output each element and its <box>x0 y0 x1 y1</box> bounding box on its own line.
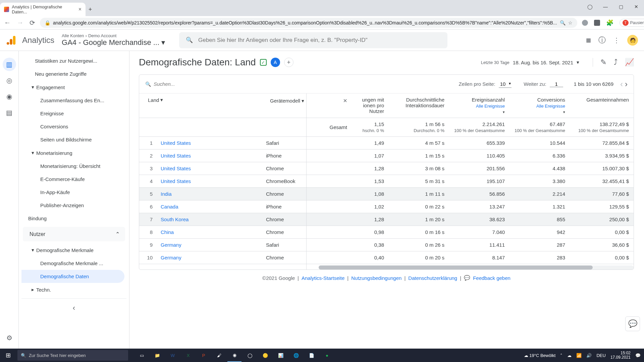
country-cell[interactable]: United States <box>156 149 261 162</box>
sidebar-section-nutzer[interactable]: Nutzer ⌃ <box>23 227 125 241</box>
edge-icon[interactable]: 🌐 <box>289 349 303 362</box>
reload-icon[interactable]: ⟳ <box>30 19 35 27</box>
col-events[interactable]: EreignisanzahlAlle Ereignisse ▾ <box>449 94 509 118</box>
configure-icon[interactable]: ▤ <box>3 106 16 119</box>
sidebar-item-bindung[interactable]: Bindung <box>21 212 126 225</box>
footer-link[interactable]: Analytics-Startseite <box>302 275 344 281</box>
sidebar-group-monet[interactable]: ▾Monetarisierung <box>21 146 126 160</box>
obs-icon[interactable]: ◯ <box>243 349 257 362</box>
segment-badge[interactable]: A <box>271 58 280 67</box>
word-icon[interactable]: W <box>166 349 180 362</box>
table-row[interactable]: 1 United States Safari 1,49 4 m 57 s 655… <box>139 137 634 149</box>
start-button[interactable]: ⊞ <box>0 349 16 362</box>
sidebar-item[interactable]: Ereignisse <box>21 107 124 120</box>
property-selector[interactable]: Alle Konten › Demo Account GA4 - Google … <box>62 33 165 47</box>
taskview-icon[interactable]: ▭ <box>135 349 149 362</box>
country-cell[interactable]: Germany <box>156 239 261 251</box>
ext-icon[interactable] <box>582 20 588 26</box>
table-row[interactable]: 9 Germany Safari 0,38 0 m 26 s 11.411 28… <box>139 239 634 251</box>
country-cell[interactable]: South Korea <box>156 213 261 226</box>
app-icon[interactable]: 🟡 <box>258 349 272 362</box>
apps-icon[interactable]: ▦ <box>586 37 591 43</box>
sidebar-item[interactable]: Statistiken zur Nutzergewi... <box>21 54 124 67</box>
feedback-link[interactable]: Feedback geben <box>473 275 511 281</box>
col-sess-per-user[interactable]: ungen mit ionen pro Nutzer <box>352 94 389 118</box>
share-icon[interactable]: ⤴ <box>614 58 618 67</box>
puzzle-icon[interactable]: 🧩 <box>606 19 613 26</box>
chrome-icon[interactable]: ◉ <box>227 349 241 362</box>
search-input[interactable] <box>198 37 441 44</box>
user-avatar-icon[interactable]: 🧑 <box>627 35 638 46</box>
sidebar-item[interactable]: Zusammenfassung des En... <box>21 94 124 107</box>
wifi-icon[interactable]: 📶 <box>576 353 582 358</box>
prev-page-icon[interactable]: ‹ <box>620 79 623 89</box>
sidebar-item[interactable]: Neu generierte Zugriffe <box>21 67 124 80</box>
help-icon[interactable]: ⓘ <box>598 35 606 45</box>
circle-icon[interactable]: ◯ <box>582 0 598 13</box>
mspaint-icon[interactable]: 🖌 <box>212 349 226 362</box>
sidebar-group-demog[interactable]: ▾Demografische Merkmale <box>21 243 126 257</box>
weather-widget[interactable]: ☁ 19°C Bewölkt <box>524 353 556 358</box>
footer-link[interactable]: Nutzungsbedingungen <box>351 275 401 281</box>
collapse-sidebar-icon[interactable]: ‹ <box>67 301 81 315</box>
insights-icon[interactable]: 📈 <box>625 58 634 67</box>
table-row[interactable]: 2 United States iPhone 1,07 1 m 15 s 110… <box>139 149 634 162</box>
next-page-icon[interactable]: › <box>625 79 628 89</box>
primary-dimension-selector[interactable]: Land ▾ <box>148 97 257 103</box>
sidebar-item[interactable]: In-App-Käufe <box>21 186 124 199</box>
date-range-picker[interactable]: Letzte 30 Tage 18. Aug. bis 16. Sept. 20… <box>481 59 579 65</box>
sidebar-item[interactable]: E-Commerce-Käufe <box>21 173 124 186</box>
rows-selector[interactable]: 10 <box>499 80 512 88</box>
spotify-icon[interactable]: ● <box>320 349 334 362</box>
table-search-input[interactable] <box>154 81 254 87</box>
table-row[interactable]: 8 China Chrome 0,98 0 m 16 s 7.040 942 0… <box>139 226 634 239</box>
sidebar-item[interactable]: Conversions <box>21 120 124 133</box>
feedback-fab-icon[interactable]: 💬 <box>625 316 640 331</box>
col-revenue[interactable]: Gesamteinnahmen <box>570 94 634 118</box>
sidebar-group-engagement[interactable]: ▾Engagement <box>21 80 126 94</box>
table-row[interactable]: 4 United States ChromeBook 1,53 5 m 31 s… <box>139 175 634 188</box>
reports-icon[interactable]: ▥ <box>3 58 16 71</box>
cloud-icon[interactable]: ☁ <box>567 353 572 358</box>
back-icon[interactable]: ← <box>4 19 11 26</box>
explorer-icon[interactable]: 📁 <box>150 349 164 362</box>
col-avg-duration[interactable]: Durchschnittliche Interaktionsdauer <box>389 94 449 118</box>
horizontal-scrollbar[interactable] <box>139 265 634 269</box>
table-row[interactable]: 3 United States Chrome 1,28 3 m 08 s 201… <box>139 162 634 175</box>
kebab-icon[interactable]: ⋮ <box>613 36 620 44</box>
country-cell[interactable]: United States <box>156 175 261 188</box>
forward-icon[interactable]: → <box>17 19 23 26</box>
footer-link[interactable]: Datenschutzerklärung <box>408 275 457 281</box>
star-icon[interactable]: ☆ <box>568 20 573 25</box>
app-search[interactable]: 🔍 <box>179 32 447 48</box>
goto-input[interactable] <box>550 81 563 87</box>
advertising-icon[interactable]: ◉ <box>3 90 16 103</box>
sidebar-group-techn[interactable]: ▸Techn. <box>21 283 126 296</box>
notepad-icon[interactable]: 📄 <box>305 349 319 362</box>
powerpoint-icon[interactable]: P <box>197 349 211 362</box>
country-cell[interactable]: United States <box>156 137 261 149</box>
new-tab-button[interactable]: + <box>86 5 95 14</box>
table-row[interactable]: 6 Canada iPhone 1,02 0 m 22 s 13.247 1.3… <box>139 200 634 213</box>
country-cell[interactable]: India <box>156 188 261 200</box>
secondary-dimension-selector[interactable]: Gerätemodell ▾ <box>270 98 304 104</box>
tab-close-icon[interactable]: × <box>78 6 82 12</box>
minimize-icon[interactable]: — <box>598 0 613 13</box>
sidebar-item[interactable]: Publisher-Anzeigen <box>21 199 124 212</box>
table-row[interactable]: 5 India Chrome 1,08 1 m 11 s 56.856 2.21… <box>139 188 634 200</box>
ext-icon[interactable] <box>594 20 600 26</box>
table-row[interactable]: 7 South Korea Chrome 1,28 1 m 20 s 38.62… <box>139 213 634 226</box>
app-icon[interactable]: 📊 <box>274 349 288 362</box>
browser-tab[interactable]: Analytics | Demografische Daten... × <box>0 3 86 16</box>
remove-dimension-icon[interactable]: × <box>343 97 347 105</box>
language-indicator[interactable]: DEU <box>596 353 605 358</box>
add-comparison-button[interactable]: + <box>284 58 293 67</box>
country-cell[interactable]: Germany <box>156 251 261 264</box>
close-icon[interactable]: ✕ <box>629 0 644 13</box>
maximize-icon[interactable]: ▢ <box>613 0 629 13</box>
col-conversions[interactable]: ConversionsAlle Ereignisse ▾ <box>509 94 570 118</box>
admin-icon[interactable]: ⚙ <box>3 331 16 345</box>
table-search[interactable]: 🔍 <box>145 81 254 87</box>
country-cell[interactable]: Canada <box>156 200 261 213</box>
country-cell[interactable]: China <box>156 226 261 239</box>
